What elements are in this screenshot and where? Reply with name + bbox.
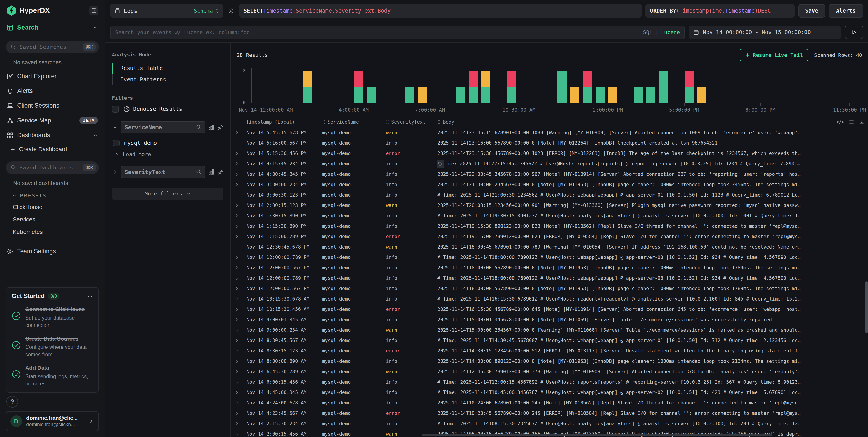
table-row[interactable]: Nov 14 1:15:00.789 PMmysql-demoerror2025…	[231, 231, 868, 242]
table-row[interactable]: Nov 14 5:45:15.678 PMmysql-demowarn2025-…	[231, 128, 868, 138]
table-row[interactable]: Nov 14 1:15:30.890 PMmysql-demoinfo2025-…	[231, 221, 868, 231]
table-row[interactable]: Nov 14 10:15:30.678 AMmysql-demoinfo# Ti…	[231, 294, 868, 304]
row-expand-chevron-icon[interactable]	[231, 182, 243, 187]
row-expand-chevron-icon[interactable]	[231, 432, 243, 436]
histogram-bar[interactable]	[685, 71, 694, 103]
date-range-picker[interactable]: Nov 14 00:00:00 - Nov 15 00:00:00	[689, 26, 841, 39]
order-by-input[interactable]: ORDER BY (TimestampTime, Timestamp) DESC	[646, 4, 795, 18]
row-expand-chevron-icon[interactable]	[231, 422, 243, 426]
histogram-bar[interactable]	[659, 71, 668, 103]
presets-toggle[interactable]: PRESETS	[0, 190, 105, 201]
preset-kubernetes[interactable]: Kubernetes	[0, 226, 105, 238]
row-expand-chevron-icon[interactable]	[231, 152, 243, 156]
get-started-item-connect[interactable]: Connect to ClickHouse Set up your databa…	[12, 305, 93, 329]
row-expand-chevron-icon[interactable]	[231, 214, 243, 218]
row-expand-chevron-icon[interactable]	[231, 328, 243, 332]
table-row[interactable]: Nov 14 4:23:45.567 AMmysql-demoerror2025…	[231, 408, 868, 418]
table-row[interactable]: Nov 14 5:16:00.567 PMmysql-demoinfo2025-…	[231, 138, 868, 148]
table-row[interactable]: Nov 14 9:00:01.345 AMmysql-demoinfo2025-…	[231, 314, 868, 325]
row-expand-chevron-icon[interactable]	[231, 203, 243, 207]
row-expand-chevron-icon[interactable]	[231, 370, 243, 374]
vertical-scrollbar-thumb[interactable]	[865, 281, 868, 333]
horizontal-scrollbar-thumb[interactable]	[422, 434, 772, 436]
row-expand-chevron-icon[interactable]	[231, 401, 243, 405]
run-query-button[interactable]	[845, 26, 863, 39]
get-started-item-add-data[interactable]: Add Data Start sending logs, metrics, or…	[12, 364, 93, 387]
table-row[interactable]: Nov 14 3:30:00.234 PMmysql-demoinfo2025-…	[231, 179, 868, 190]
histogram-bar[interactable]	[557, 71, 566, 103]
mode-event-patterns[interactable]: Event Patterns	[112, 74, 223, 85]
preset-clickhouse[interactable]: ClickHouse	[0, 201, 105, 213]
table-row[interactable]: Nov 14 6:00:15.456 AMmysql-demoinfo# Tim…	[231, 377, 868, 387]
severitytext-filter-input[interactable]: SeverityText	[121, 166, 205, 178]
user-menu[interactable]: D dominic.tran@clic... dominic.tran@clic…	[6, 411, 99, 431]
sql-toggle[interactable]: SQL	[643, 29, 653, 35]
table-row[interactable]: Nov 14 8:00:00.890 AMmysql-demoinfo2025-…	[231, 356, 868, 367]
row-expand-chevron-icon[interactable]	[231, 255, 243, 259]
table-row[interactable]: Nov 14 12:30:45.678 PMmysql-demowarn2025…	[231, 242, 868, 252]
column-header-servicename[interactable]: ServiceName	[322, 119, 386, 125]
row-expand-chevron-icon[interactable]	[231, 276, 243, 280]
histogram-bar[interactable]	[583, 71, 592, 103]
histogram-bar[interactable]	[646, 87, 655, 103]
copy-icon[interactable]	[437, 160, 444, 168]
pin-icon[interactable]	[217, 124, 223, 130]
table-row[interactable]: Nov 14 4:00:45.345 PMmysql-demoinfo2025-…	[231, 169, 868, 179]
table-row[interactable]: Nov 14 6:45:30.789 AMmysql-demowarn2025-…	[231, 367, 868, 377]
create-dashboard-button[interactable]: Create Dashboard	[0, 142, 105, 156]
get-started-item-sources[interactable]: Create Data Sources Configure where your…	[12, 335, 93, 358]
resume-live-tail-button[interactable]: Resume Live Tail	[740, 49, 808, 61]
table-row[interactable]: Nov 14 3:00:30.123 PMmysql-demoinfo# Tim…	[231, 190, 868, 200]
source-settings-gear-icon[interactable]	[227, 7, 236, 14]
sidebar-item-search[interactable]: Search	[0, 20, 105, 35]
servicename-filter-input[interactable]: ServiceName	[121, 121, 205, 133]
denoise-results-checkbox[interactable]: Denoise Results	[112, 106, 223, 112]
row-expand-chevron-icon[interactable]	[231, 359, 243, 363]
row-expand-chevron-icon[interactable]	[231, 297, 243, 301]
table-row[interactable]: Nov 14 12:00:00.567 PMmysql-demoinfo2025…	[231, 283, 868, 294]
saved-dashboards-input[interactable]: Saved Dashboards ⌘K	[6, 161, 99, 174]
histogram-bar[interactable]	[456, 87, 465, 103]
alerts-button[interactable]: Alerts	[829, 4, 863, 18]
checkbox[interactable]	[113, 140, 120, 146]
chart-icon[interactable]	[208, 124, 214, 130]
select-query-input[interactable]: SELECT Timestamp,ServiceName,SeverityTex…	[239, 4, 642, 18]
sidebar-item-client-sessions[interactable]: Client Sessions	[0, 98, 105, 113]
histogram-bar[interactable]	[608, 87, 617, 103]
pin-icon[interactable]	[217, 169, 223, 175]
histogram-bar[interactable]	[303, 71, 312, 103]
table-row[interactable]: Nov 14 12:00:00.567 PMmysql-demoinfo2025…	[231, 263, 868, 273]
table-row[interactable]: Nov 14 8:30:45.567 AMmysql-demoinfo# Tim…	[231, 335, 868, 346]
table-row[interactable]: Nov 14 4:24:00.678 AMmysql-demoinfo2025-…	[231, 398, 868, 408]
histogram-bar[interactable]	[506, 71, 516, 103]
row-expand-chevron-icon[interactable]	[231, 245, 243, 249]
row-expand-chevron-icon[interactable]	[231, 349, 243, 353]
histogram-bar[interactable]	[596, 87, 605, 103]
event-search-input[interactable]: Search your events w/ Lucene ex. column:…	[110, 26, 685, 39]
checkbox[interactable]	[112, 106, 119, 112]
row-expand-chevron-icon[interactable]	[231, 172, 243, 176]
row-expand-chevron-icon[interactable]	[231, 162, 243, 166]
sidebar-item-alerts[interactable]: Alerts	[0, 83, 105, 98]
table-row[interactable]: Nov 14 12:00:00.789 PMmysql-demoinfo# Ti…	[231, 273, 868, 283]
histogram-bar[interactable]	[354, 71, 363, 103]
row-expand-chevron-icon[interactable]	[231, 380, 243, 384]
sidebar-item-team-settings[interactable]: Team Settings	[0, 244, 105, 259]
table-row[interactable]: Nov 14 4:45:00.345 AMmysql-demoinfo# Tim…	[231, 387, 868, 398]
histogram-bar[interactable]	[418, 87, 427, 103]
mode-results-table[interactable]: Results Table	[112, 63, 223, 74]
source-select[interactable]: Logs Schema	[110, 4, 223, 18]
table-row[interactable]: Nov 14 12:00:00.789 PMmysql-demoinfo# Ti…	[231, 252, 868, 263]
row-expand-chevron-icon[interactable]	[231, 224, 243, 228]
row-expand-chevron-icon[interactable]	[231, 307, 243, 311]
load-more-button[interactable]: Load more	[113, 149, 223, 157]
table-row[interactable]: Nov 14 9:00:00.234 AMmysql-demowarn2025-…	[231, 325, 868, 335]
table-row[interactable]: Nov 14 1:30:15.890 PMmysql-demoinfo# Tim…	[231, 211, 868, 221]
row-density-icon[interactable]	[848, 119, 855, 125]
table-row[interactable]: Nov 14 4:15:45.234 PMmysql-demoinfoime: …	[231, 159, 868, 169]
preset-services[interactable]: Services	[0, 213, 105, 226]
row-expand-chevron-icon[interactable]	[231, 235, 243, 239]
histogram-bar[interactable]	[481, 71, 490, 103]
get-started-header[interactable]: Get Started 3/3	[12, 293, 93, 300]
row-expand-chevron-icon[interactable]	[231, 338, 243, 342]
